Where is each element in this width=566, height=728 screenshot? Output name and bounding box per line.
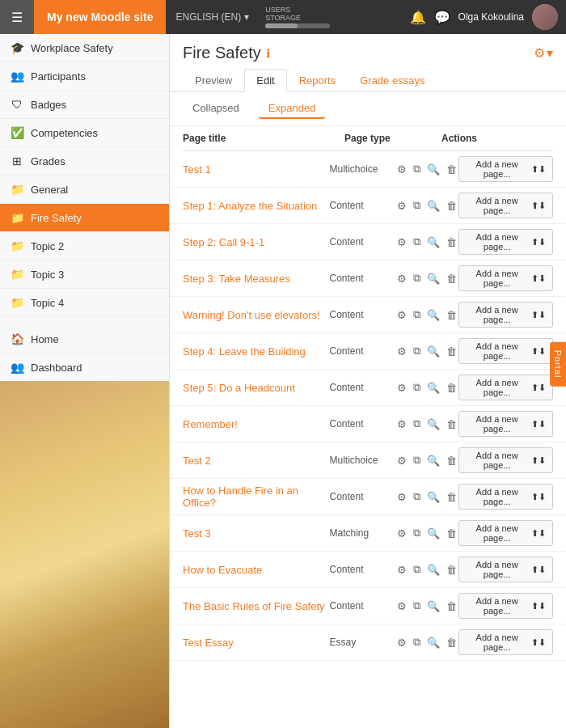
row-page-title[interactable]: Test 3 bbox=[183, 527, 330, 540]
copy-icon[interactable]: ⧉ bbox=[412, 161, 422, 177]
delete-icon[interactable]: 🗑 bbox=[445, 235, 458, 250]
settings-icon[interactable]: ⚙ bbox=[395, 599, 408, 614]
settings-icon[interactable]: ⚙ bbox=[395, 417, 408, 432]
row-page-title[interactable]: How to Evacuate bbox=[183, 564, 330, 576]
row-page-title[interactable]: Test Essay bbox=[183, 637, 330, 649]
delete-icon[interactable]: 🗑 bbox=[445, 489, 458, 505]
subtab-collapsed[interactable]: Collapsed bbox=[183, 99, 249, 119]
sidebar-item-fire-safety[interactable]: 📁 Fire Safety bbox=[0, 204, 169, 232]
settings-icon[interactable]: ⚙ bbox=[395, 198, 408, 214]
help-icon[interactable]: ℹ bbox=[266, 47, 270, 60]
copy-icon[interactable]: ⧉ bbox=[412, 416, 422, 432]
row-page-title[interactable]: Test 2 bbox=[183, 455, 330, 467]
add-new-page-button[interactable]: Add a new page... ⬆⬇ bbox=[458, 447, 553, 473]
tab-preview[interactable]: Preview bbox=[183, 69, 244, 92]
delete-icon[interactable]: 🗑 bbox=[445, 271, 458, 286]
add-new-page-button[interactable]: Add a new page... ⬆⬇ bbox=[458, 484, 553, 510]
settings-icon[interactable]: ⚙ bbox=[395, 344, 408, 359]
search-icon[interactable]: 🔍 bbox=[425, 380, 441, 396]
tab-grade-essays[interactable]: Grade essays bbox=[348, 69, 437, 92]
row-page-title[interactable]: Step 2: Call 9-1-1 bbox=[183, 236, 330, 248]
add-new-page-button[interactable]: Add a new page... ⬆⬇ bbox=[458, 520, 553, 546]
copy-icon[interactable]: ⧉ bbox=[412, 379, 422, 396]
row-page-title[interactable]: Step 5: Do a Headcount bbox=[183, 382, 330, 394]
copy-icon[interactable]: ⧉ bbox=[412, 598, 422, 614]
delete-icon[interactable]: 🗑 bbox=[445, 198, 458, 214]
hamburger-menu-button[interactable]: ☰ bbox=[0, 0, 34, 34]
settings-icon[interactable]: ⚙ bbox=[395, 162, 408, 177]
search-icon[interactable]: 🔍 bbox=[425, 599, 441, 614]
row-page-title[interactable]: Step 1: Analyze the Situation bbox=[183, 200, 330, 212]
delete-icon[interactable]: 🗑 bbox=[445, 162, 458, 177]
delete-icon[interactable]: 🗑 bbox=[445, 599, 458, 614]
search-icon[interactable]: 🔍 bbox=[425, 271, 441, 286]
copy-icon[interactable]: ⧉ bbox=[412, 634, 422, 650]
copy-icon[interactable]: ⧉ bbox=[412, 525, 422, 541]
add-new-page-button[interactable]: Add a new page... ⬆⬇ bbox=[458, 193, 553, 218]
search-icon[interactable]: 🔍 bbox=[425, 489, 441, 505]
copy-icon[interactable]: ⧉ bbox=[412, 343, 422, 359]
delete-icon[interactable]: 🗑 bbox=[445, 635, 458, 650]
search-icon[interactable]: 🔍 bbox=[425, 344, 441, 359]
search-icon[interactable]: 🔍 bbox=[425, 526, 441, 541]
add-new-page-button[interactable]: Add a new page... ⬆⬇ bbox=[458, 629, 553, 655]
row-page-title[interactable]: Warning! Don't use elevators! bbox=[183, 309, 330, 321]
language-selector[interactable]: ENGLISH (EN) ▾ bbox=[166, 11, 259, 23]
sidebar-item-grades[interactable]: ⊞ Grades bbox=[0, 147, 169, 176]
delete-icon[interactable]: 🗑 bbox=[445, 453, 458, 468]
notifications-bell-icon[interactable]: 🔔 bbox=[410, 10, 426, 25]
row-page-title[interactable]: How to Handle Fire in an Office? bbox=[183, 485, 330, 509]
sidebar-item-participants[interactable]: 👥 Participants bbox=[0, 62, 169, 91]
copy-icon[interactable]: ⧉ bbox=[412, 234, 422, 250]
sidebar-item-topic-2[interactable]: 📁 Topic 2 bbox=[0, 232, 169, 260]
brand-logo[interactable]: My new Moodle site bbox=[34, 0, 166, 34]
user-name[interactable]: Olga Kokoulina bbox=[458, 11, 524, 23]
chat-icon[interactable]: 💬 bbox=[434, 10, 450, 25]
add-new-page-button[interactable]: Add a new page... ⬆⬇ bbox=[458, 229, 553, 255]
add-new-page-button[interactable]: Add a new page... ⬆⬇ bbox=[458, 557, 553, 582]
subtab-expanded[interactable]: Expanded bbox=[259, 99, 326, 119]
copy-icon[interactable]: ⧉ bbox=[412, 452, 422, 468]
delete-icon[interactable]: 🗑 bbox=[445, 344, 458, 359]
copy-icon[interactable]: ⧉ bbox=[412, 270, 422, 286]
delete-icon[interactable]: 🗑 bbox=[445, 526, 458, 541]
sidebar-item-badges[interactable]: 🛡 Badges bbox=[0, 91, 169, 119]
row-page-title[interactable]: Remember! bbox=[183, 418, 330, 430]
settings-icon[interactable]: ⚙ bbox=[395, 380, 408, 396]
search-icon[interactable]: 🔍 bbox=[425, 162, 441, 177]
search-icon[interactable]: 🔍 bbox=[425, 453, 441, 468]
copy-icon[interactable]: ⧉ bbox=[412, 307, 422, 323]
add-new-page-button[interactable]: Add a new page... ⬆⬇ bbox=[458, 265, 553, 291]
delete-icon[interactable]: 🗑 bbox=[445, 562, 458, 578]
copy-icon[interactable]: ⧉ bbox=[412, 489, 422, 505]
sidebar-item-dashboard[interactable]: 👥 Dashboard bbox=[0, 353, 169, 381]
search-icon[interactable]: 🔍 bbox=[425, 235, 441, 250]
add-new-page-button[interactable]: Add a new page... ⬆⬇ bbox=[458, 375, 553, 400]
sidebar-item-topic-4[interactable]: 📁 Topic 4 bbox=[0, 289, 169, 317]
settings-gear[interactable]: ⚙ ▾ bbox=[534, 45, 553, 61]
delete-icon[interactable]: 🗑 bbox=[445, 417, 458, 432]
delete-icon[interactable]: 🗑 bbox=[445, 380, 458, 396]
add-new-page-button[interactable]: Add a new page... ⬆⬇ bbox=[458, 302, 553, 328]
search-icon[interactable]: 🔍 bbox=[425, 562, 441, 578]
settings-icon[interactable]: ⚙ bbox=[395, 271, 408, 286]
copy-icon[interactable]: ⧉ bbox=[412, 561, 422, 578]
search-icon[interactable]: 🔍 bbox=[425, 307, 441, 323]
delete-icon[interactable]: 🗑 bbox=[445, 307, 458, 323]
tab-edit[interactable]: Edit bbox=[244, 69, 286, 92]
settings-icon[interactable]: ⚙ bbox=[395, 526, 408, 541]
settings-icon[interactable]: ⚙ bbox=[395, 562, 408, 578]
sidebar-item-competencies[interactable]: ✅ Competencies bbox=[0, 119, 169, 147]
tab-reports[interactable]: Reports bbox=[287, 69, 348, 92]
add-new-page-button[interactable]: Add a new page... ⬆⬇ bbox=[458, 156, 553, 182]
sidebar-item-workplace-safety[interactable]: 🎓 Workplace Safety bbox=[0, 34, 169, 62]
row-page-title[interactable]: Step 4: Leave the Building bbox=[183, 345, 330, 358]
settings-icon[interactable]: ⚙ bbox=[395, 235, 408, 250]
sidebar-item-topic-3[interactable]: 📁 Topic 3 bbox=[0, 260, 169, 289]
search-icon[interactable]: 🔍 bbox=[425, 417, 441, 432]
search-icon[interactable]: 🔍 bbox=[425, 198, 441, 214]
row-page-title[interactable]: Test 1 bbox=[183, 163, 330, 176]
row-page-title[interactable]: Step 3: Take Measures bbox=[183, 273, 330, 285]
settings-icon[interactable]: ⚙ bbox=[395, 635, 408, 650]
settings-icon[interactable]: ⚙ bbox=[395, 489, 408, 505]
